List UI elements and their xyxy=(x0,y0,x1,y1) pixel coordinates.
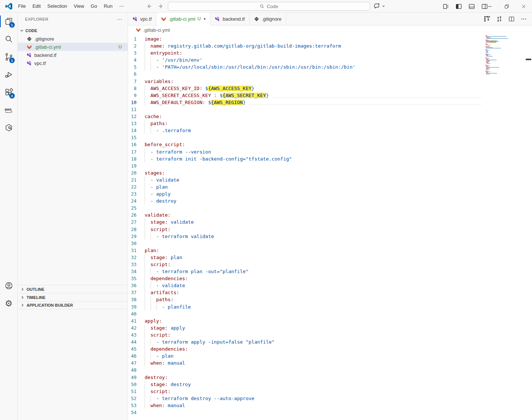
code-line-42[interactable]: 42stage: apply xyxy=(128,324,532,331)
tab-backend.tf[interactable]: backend.tf xyxy=(210,13,249,25)
code-line-8[interactable]: 8AWS_ACCESS_KEY_ID: ${AWS_ACCESS_KEY} xyxy=(128,85,532,92)
code-line-34[interactable]: 34- terraform plan -out="planfile" xyxy=(128,268,532,275)
menu-view[interactable]: View xyxy=(70,2,87,11)
code-line-32[interactable]: 32stage: plan xyxy=(128,254,532,261)
code-line-7[interactable]: 7variables: xyxy=(128,78,532,85)
code-line-50[interactable]: 50stage: destroy xyxy=(128,381,532,388)
code-line-33[interactable]: 33script: xyxy=(128,261,532,268)
copilot-icon[interactable] xyxy=(373,2,381,10)
code-line-43[interactable]: 43script: xyxy=(128,331,532,338)
code-line-38[interactable]: 38paths: xyxy=(128,296,532,303)
minimap[interactable] xyxy=(485,35,515,75)
activity-settings-icon[interactable]: ⚙ xyxy=(0,295,17,312)
code-line-17[interactable]: 17- terraform --version xyxy=(128,148,532,155)
code-line-54[interactable]: 54 xyxy=(128,409,532,416)
code-line-2[interactable]: 2name: registry.gitlab.com/gitlab-org/gi… xyxy=(128,42,532,49)
file-item-.gitignore[interactable]: .gitignore xyxy=(18,35,128,43)
close-window-icon[interactable] xyxy=(515,0,532,13)
tab-.gitignore[interactable]: .gitignore xyxy=(249,13,286,25)
code-editor[interactable]: 1image:2name: registry.gitlab.com/gitlab… xyxy=(128,34,532,420)
code-line-5[interactable]: 5- 'PATH=/usr/local/sbin:/usr/local/bin:… xyxy=(128,63,532,70)
command-center-search[interactable]: Code xyxy=(168,2,370,11)
code-line-3[interactable]: 3entrypoint: xyxy=(128,49,532,56)
code-line-31[interactable]: 31plan: xyxy=(128,247,532,254)
activity-run-and-debug-icon[interactable] xyxy=(0,66,17,83)
customize-layout-icon[interactable] xyxy=(441,2,450,10)
panel-outline[interactable]: OUTLINE xyxy=(18,285,128,293)
code-line-18[interactable]: 18- terraform init -backend-config="tfst… xyxy=(128,155,532,162)
code-line-40[interactable]: 40 xyxy=(128,310,532,317)
activity-accounts-icon[interactable] xyxy=(0,277,17,295)
section-code-header[interactable]: CODE xyxy=(18,27,128,35)
code-line-29[interactable]: 29- terraform validate xyxy=(128,233,532,240)
restore-button[interactable] xyxy=(498,0,515,13)
code-line-37[interactable]: 37artifacts: xyxy=(128,289,532,296)
activity-aws-icon[interactable]: aws xyxy=(0,101,17,119)
code-line-21[interactable]: 21- validate xyxy=(128,176,532,183)
code-line-30[interactable]: 30 xyxy=(128,240,532,247)
menu-more[interactable]: ⋯ xyxy=(116,2,127,11)
code-line-24[interactable]: 24- destroy xyxy=(128,197,532,204)
activity-explorer-icon[interactable]: 1 xyxy=(0,13,17,30)
code-line-53[interactable]: 53when: manual xyxy=(128,402,532,409)
explorer-more-actions-icon[interactable]: ⋯ xyxy=(117,16,122,22)
code-line-36[interactable]: 36- validate xyxy=(128,282,532,289)
code-line-23[interactable]: 23- apply xyxy=(128,190,532,197)
code-line-16[interactable]: 16before_script: xyxy=(128,141,532,148)
code-line-13[interactable]: 13paths: xyxy=(128,120,532,127)
code-line-52[interactable]: 52- terraform destroy --auto-approve xyxy=(128,395,532,402)
code-line-25[interactable]: 25 xyxy=(128,204,532,211)
code-line-1[interactable]: 1image: xyxy=(128,35,532,42)
file-item-.gitlab-ci.yml[interactable]: .gitlab-ci.ymlU xyxy=(18,43,128,51)
code-line-15[interactable]: 15 xyxy=(128,134,532,141)
activity-source-control-icon[interactable]: 1 xyxy=(0,48,17,66)
code-line-41[interactable]: 41apply: xyxy=(128,317,532,324)
file-item-backend.tf[interactable]: backend.tf xyxy=(18,51,128,59)
modified-dot-icon[interactable]: ● xyxy=(204,17,205,21)
code-line-10[interactable]: 10AWS_DEFAULT_REGION: ${AWS_REGION} xyxy=(128,99,532,106)
menu-run[interactable]: Run xyxy=(100,2,116,11)
menu-go[interactable]: Go xyxy=(87,2,100,11)
panel-application-builder[interactable]: APPLICATION BUILDER xyxy=(18,301,128,309)
more-icon[interactable] xyxy=(521,16,527,22)
code-line-12[interactable]: 12cache: xyxy=(128,113,532,120)
code-line-49[interactable]: 49destroy: xyxy=(128,374,532,381)
code-line-27[interactable]: 27stage: validate xyxy=(128,218,532,226)
menu-file[interactable]: File xyxy=(15,2,29,11)
code-line-44[interactable]: 44- terraform apply -input=false "planfi… xyxy=(128,338,532,345)
copilot-chevron-down-icon[interactable] xyxy=(381,4,386,8)
tab-vpc.tf[interactable]: vpc.tf xyxy=(128,13,156,25)
panel-timeline[interactable]: TIMELINE xyxy=(18,293,128,301)
nav-forward-button[interactable] xyxy=(156,2,165,11)
toggle-primary-sidebar-icon[interactable] xyxy=(454,2,463,10)
nav-back-button[interactable] xyxy=(145,2,153,11)
split-icon[interactable] xyxy=(508,16,515,22)
activity-search-icon[interactable] xyxy=(0,30,17,48)
code-line-19[interactable]: 19 xyxy=(128,162,532,169)
activity-extensions-icon[interactable]: 2 xyxy=(0,83,17,101)
code-line-11[interactable]: 11 xyxy=(128,106,532,113)
toggle-panel-icon[interactable] xyxy=(467,2,476,10)
breadcrumb[interactable]: .gitlab-ci.yml xyxy=(128,25,532,34)
code-line-46[interactable]: 46- plan xyxy=(128,352,532,359)
tab-.gitlab-ci.yml[interactable]: .gitlab-ci.ymlU● xyxy=(156,13,210,25)
activity-hashicorp-icon[interactable] xyxy=(0,119,17,137)
menu-edit[interactable]: Edit xyxy=(29,2,44,11)
code-line-20[interactable]: 20stages: xyxy=(128,169,532,176)
code-line-47[interactable]: 47when: manual xyxy=(128,359,532,366)
code-line-6[interactable]: 6 xyxy=(128,70,532,78)
code-line-35[interactable]: 35dependencies: xyxy=(128,275,532,282)
code-line-39[interactable]: 39- planfile xyxy=(128,303,532,310)
code-line-9[interactable]: 9AWS_SECRET_ACCESS_KEY : ${AWS_SECRET_KE… xyxy=(128,92,532,99)
code-line-22[interactable]: 22- plan xyxy=(128,183,532,190)
file-item-vpc.tf[interactable]: vpc.tf xyxy=(18,59,128,67)
code-line-48[interactable]: 48 xyxy=(128,366,532,373)
pipeline-icon[interactable] xyxy=(484,16,490,22)
menu-selection[interactable]: Selection xyxy=(44,2,70,11)
code-line-28[interactable]: 28script: xyxy=(128,226,532,233)
code-line-51[interactable]: 51script: xyxy=(128,388,532,395)
compare-icon[interactable] xyxy=(496,16,502,22)
code-line-4[interactable]: 4- '/usr/bin/env' xyxy=(128,56,532,63)
code-line-45[interactable]: 45dependencies: xyxy=(128,345,532,352)
minimize-button[interactable] xyxy=(481,0,498,13)
